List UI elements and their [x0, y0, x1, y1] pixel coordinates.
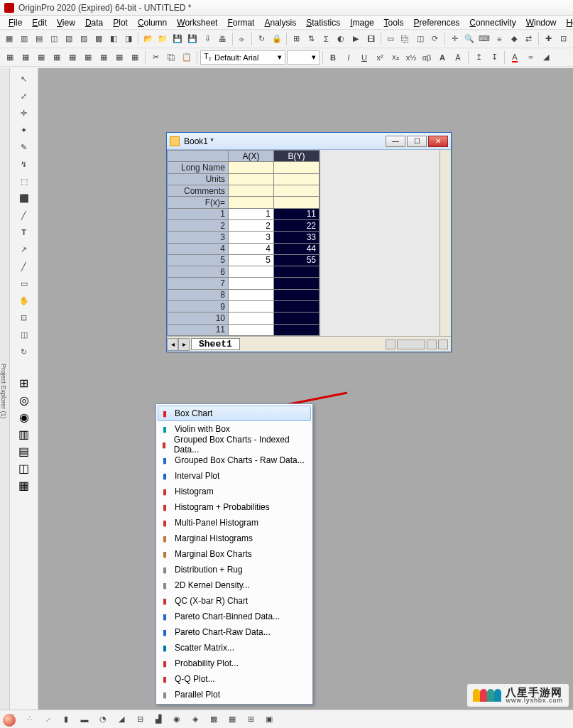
cursor-tool[interactable]: ↯ [16, 156, 33, 172]
add-button[interactable]: ✚ [542, 32, 555, 46]
hscroll-left[interactable] [386, 339, 395, 349]
cell[interactable] [229, 301, 274, 313]
menu-data[interactable]: Data [81, 16, 107, 29]
new-project-button[interactable]: ▦ [3, 32, 16, 46]
find-button[interactable]: 🔍 [463, 32, 476, 46]
wks-button-4[interactable]: ▦ [50, 50, 64, 65]
bold-button[interactable]: B [326, 50, 340, 65]
paste-button[interactable]: 📋 [180, 50, 194, 65]
font-button[interactable]: A [435, 50, 449, 65]
open-button[interactable]: 📂 [141, 32, 155, 46]
cell[interactable]: 2 [229, 219, 274, 231]
greek-button[interactable]: αβ [420, 50, 434, 65]
graph-tool-1[interactable]: ⊞ [14, 375, 34, 391]
cell[interactable]: 55 [274, 254, 320, 266]
cell[interactable] [229, 324, 274, 335]
row-header[interactable]: 9 [168, 301, 229, 313]
rectangle-tool[interactable]: ▭ [16, 276, 33, 291]
superscript-button[interactable]: x² [373, 50, 387, 65]
menu-format[interactable]: Format [223, 16, 258, 29]
row-header[interactable]: 3 [168, 232, 229, 243]
mask-button[interactable]: ◐ [334, 32, 348, 46]
graph-tool-4[interactable]: ▥ [14, 426, 34, 442]
row-header[interactable]: 8 [168, 289, 229, 300]
subscript-button[interactable]: x₂ [388, 50, 403, 65]
line-tool[interactable]: ╱ [16, 259, 33, 274]
popup-item-grouped-box-charts-raw-data[interactable]: ▮Grouped Box Charts - Raw Data... [158, 452, 311, 468]
menu-image[interactable]: Image [346, 16, 378, 29]
popup-item-marginal-box-charts[interactable]: ▮Marginal Box Charts [158, 546, 311, 562]
meta-row-header[interactable]: Long Name [168, 162, 229, 173]
menu-connectivity[interactable]: Connectivity [465, 16, 520, 29]
new-excel-button[interactable]: ◫ [48, 32, 61, 46]
region-tool[interactable]: ◫ [16, 327, 33, 342]
plot-histogram-button[interactable]: ▟ [151, 712, 166, 727]
cell[interactable] [229, 266, 274, 278]
annotation-tool[interactable]: ✎ [16, 139, 33, 155]
graph-tool-2[interactable]: ◎ [14, 392, 34, 408]
minimize-button[interactable]: — [386, 136, 405, 147]
plot-bar-button[interactable]: ▬ [77, 712, 92, 727]
menu-analysis[interactable]: Analysis [260, 16, 300, 29]
resize-grip[interactable] [438, 339, 448, 349]
wks-button-8[interactable]: ▦ [112, 50, 126, 65]
cell[interactable] [229, 278, 274, 289]
graph-tool-6[interactable]: ◫ [14, 460, 34, 476]
plot-pie-button[interactable]: ◔ [95, 712, 111, 727]
column-header[interactable]: B(Y) [274, 151, 320, 162]
fill-color-button[interactable]: ◢ [539, 50, 553, 65]
new-graph-button[interactable]: ▧ [62, 32, 76, 46]
cell[interactable]: 3 [229, 232, 274, 243]
meta-row-header[interactable]: Units [168, 173, 229, 185]
menu-tools[interactable]: Tools [380, 16, 408, 29]
supsub-button[interactable]: x½ [404, 50, 418, 65]
workbook-titlebar[interactable]: Book1 * — ☐ ✕ [167, 133, 451, 150]
recalculate-button[interactable]: ↻ [255, 32, 268, 46]
stats-button[interactable]: Σ [320, 32, 333, 46]
underline-button[interactable]: U [357, 50, 371, 65]
plot-template-button[interactable]: ▣ [261, 712, 277, 727]
plot-3d-button[interactable]: ◈ [187, 712, 203, 727]
add-columns-button[interactable]: ⊞ [290, 32, 303, 46]
cut-button[interactable]: ✂ [148, 50, 163, 65]
plot-surface-button[interactable]: ▩ [206, 712, 222, 727]
plot-column-button[interactable]: ▮ [58, 712, 74, 727]
text-tool[interactable]: T [16, 224, 33, 240]
cell[interactable] [229, 313, 274, 324]
window-button[interactable]: ◫ [413, 32, 427, 46]
graph-tool-3[interactable]: ◉ [14, 409, 34, 425]
python-button[interactable]: ◆ [508, 32, 521, 46]
hscroll-right[interactable] [427, 339, 437, 349]
menu-help[interactable]: Help [562, 16, 573, 29]
open-template-button[interactable]: 📁 [156, 32, 170, 46]
popup-item-interval-plot[interactable]: ▮Interval Plot [158, 468, 311, 484]
vertical-scrollbar[interactable] [440, 150, 451, 336]
sheet-nav-first[interactable]: ◂ [167, 338, 178, 351]
popup-item-qc-x-bar-r-chart[interactable]: ▮QC (X-bar R) Chart [158, 593, 311, 609]
wks-button-2[interactable]: ▦ [18, 50, 33, 65]
row-header[interactable]: 10 [168, 313, 229, 324]
plot-image-button[interactable]: ▦ [224, 712, 240, 727]
print-button[interactable]: 🖶 [216, 32, 229, 46]
popup-item-pareto-chart-binned-data[interactable]: ▮Pareto Chart-Binned Data... [158, 609, 311, 624]
draw-tool[interactable]: ╱ [16, 207, 33, 223]
digitizer-button[interactable]: ✛ [448, 32, 462, 46]
cell[interactable]: 44 [274, 243, 320, 254]
worksheet-grid[interactable]: A(X)B(Y)Long NameUnitsCommentsF(x)=11112… [167, 150, 320, 336]
apps-button[interactable]: ⊡ [557, 32, 570, 46]
graph-tool-7[interactable]: ▦ [14, 477, 34, 493]
plot-scatter-button[interactable]: ∴ [21, 712, 37, 727]
menu-window[interactable]: Window [522, 16, 561, 29]
pointer-tool[interactable]: ↖ [16, 71, 33, 87]
popup-item-q-q-plot[interactable]: ▮Q-Q Plot... [158, 671, 311, 687]
cell[interactable]: 4 [229, 243, 274, 254]
cell[interactable] [274, 301, 320, 313]
plot-box-button[interactable]: ⊟ [132, 712, 148, 727]
sheet-nav-prev[interactable]: ▸ [178, 338, 190, 351]
refresh-button[interactable]: ⟳ [428, 32, 442, 46]
cell[interactable] [274, 313, 320, 324]
zoom-pan-tool[interactable]: ⤢ [16, 88, 33, 104]
menu-plot[interactable]: Plot [109, 16, 132, 29]
menu-edit[interactable]: Edit [28, 16, 51, 29]
row-header[interactable]: 11 [168, 324, 229, 335]
